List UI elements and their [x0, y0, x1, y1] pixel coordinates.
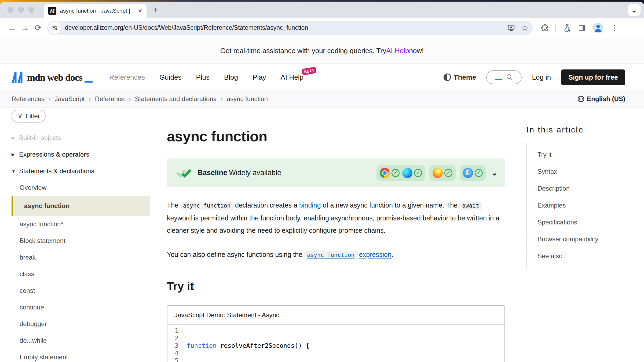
url-text[interactable]: developer.allizom.org/en-US/docs/Web/Jav… [65, 24, 507, 31]
sidebar-item-do-while[interactable]: do...while [12, 332, 150, 349]
binding-link[interactable]: binding [299, 201, 321, 209]
bookmark-star-icon[interactable]: ☆ [521, 23, 529, 32]
nav-play[interactable]: Play [253, 73, 266, 82]
install-icon[interactable] [507, 24, 515, 32]
signup-button[interactable]: Sign up for free [561, 69, 625, 85]
demo-card: JavaScript Demo: Statement - Async 1 2 3… [167, 305, 505, 362]
paragraph-text: You can also define async functions usin… [167, 251, 304, 258]
baseline-expand-chevron-icon[interactable]: ⌄ [491, 168, 497, 177]
new-tab-button[interactable]: + [153, 5, 158, 14]
chrome-supported-check-icon: ✓ [391, 169, 400, 177]
theme-toggle[interactable]: Theme [444, 73, 476, 82]
search-icon[interactable] [506, 74, 513, 81]
sidebar-item-break[interactable]: break [12, 249, 150, 266]
browser-support-icons: ✓ ✓ ✓ ✓ [376, 165, 486, 181]
ai-help-link[interactable]: AI Help [386, 47, 409, 55]
browser-tab[interactable]: M async function - JavaScript | × [44, 4, 147, 18]
baseline-banner: BaselineWidely available ✓ ✓ ✓ [167, 158, 505, 187]
mdn-logo[interactable]: mdn web docs [12, 71, 93, 83]
nav-ai-help-label: AI Help [281, 73, 303, 81]
language-label: English (US) [587, 95, 625, 103]
extensions-icon[interactable] [541, 24, 548, 32]
promo-text: Get real-time assistance with your codin… [220, 47, 386, 55]
sidebar-section-statements[interactable]: ▼ Statements & declarations [12, 163, 150, 179]
sidebar-item-async-function-star[interactable]: async function* [12, 216, 150, 232]
window-minimize-button[interactable] [18, 7, 24, 13]
back-button[interactable]: ← [6, 21, 19, 34]
sidebar-item-overview[interactable]: Overview [12, 179, 150, 196]
breadcrumb-item-javascript[interactable]: JavaScript [55, 95, 85, 103]
toc: In this article Try it Syntax Descriptio… [526, 108, 626, 362]
tab-search-button[interactable]: ⌄ [628, 4, 641, 16]
intro-text: declaration creates a [233, 201, 299, 209]
theme-icon [444, 73, 451, 81]
baseline-icon [176, 168, 192, 178]
reload-button[interactable]: ⟳ [32, 21, 45, 34]
beta-badge: BETA [301, 67, 317, 75]
address-bar[interactable]: developer.allizom.org/en-US/docs/Web/Jav… [47, 21, 533, 35]
sidebar-item-continue[interactable]: continue [12, 299, 150, 316]
toc-item-try-it[interactable]: Try it [537, 146, 626, 163]
search-input[interactable] [486, 70, 522, 84]
site-settings-icon[interactable] [49, 22, 61, 34]
page-viewport: Get real-time assistance with your codin… [0, 38, 644, 362]
sidebar-item-const[interactable]: const [12, 282, 150, 299]
sidebar-item-empty-statement[interactable]: Empty statement [12, 349, 150, 362]
code-content[interactable]: function resolveAfter2Seconds() { return… [182, 327, 317, 362]
toc-item-browser-compatibility[interactable]: Browser compatibility [537, 231, 626, 248]
window-close-button[interactable] [8, 7, 13, 13]
toc-item-syntax[interactable]: Syntax [537, 163, 626, 180]
nav-blog[interactable]: Blog [224, 73, 238, 82]
experiments-flask-icon[interactable] [563, 24, 571, 32]
sidebar-section-label: Expressions & operators [19, 151, 89, 158]
line-number: 4 [167, 349, 178, 357]
theme-label: Theme [454, 73, 476, 82]
nav-references[interactable]: References [109, 73, 145, 82]
sidebar-section-expressions[interactable]: ▶ Expressions & operators [12, 146, 150, 163]
promo-text-after: now! [409, 47, 424, 55]
paragraph-text: . [391, 251, 393, 258]
async-function-code-chip: async function [180, 202, 233, 210]
tab-close-icon[interactable]: × [138, 7, 142, 14]
nav-plus[interactable]: Plus [196, 73, 210, 82]
breadcrumb-separator: › [89, 95, 91, 103]
expression-link[interactable]: expression [359, 251, 391, 258]
firefox-supported-check-icon: ✓ [444, 169, 452, 177]
breadcrumb-item-references[interactable]: References [12, 95, 45, 103]
breadcrumb-item-current: async function [227, 95, 268, 103]
window-zoom-button[interactable] [28, 7, 34, 13]
content-area: Filter ▶ Built-in objects ▶ Expressions … [0, 108, 644, 362]
breadcrumb-item-reference[interactable]: Reference [95, 95, 125, 103]
search-caret [495, 79, 502, 80]
code-editor[interactable]: 1 2 3 4 5 6 function resolveAfter2Second… [167, 325, 504, 362]
sidebar-item-debugger[interactable]: debugger [12, 316, 150, 332]
browser-menu-icon[interactable]: ⋮ [610, 23, 619, 32]
toc-item-description[interactable]: Description [537, 180, 626, 197]
support-firefox-pill: ✓ [429, 165, 456, 181]
baseline-label: Baseline [197, 169, 227, 177]
breadcrumb-separator: › [49, 95, 51, 103]
filter-button[interactable]: Filter [12, 110, 46, 123]
toc-item-see-also[interactable]: See also [537, 248, 626, 264]
sidebar-item-block-statement[interactable]: Block statement [12, 232, 150, 249]
nav-ai-help[interactable]: AI Help BETA [281, 73, 303, 82]
profile-avatar[interactable] [593, 23, 603, 33]
sidebar-item-async-function[interactable]: async function [12, 196, 150, 216]
line-numbers: 1 2 3 4 5 6 [167, 327, 182, 362]
code-line: function resolveAfter2Seconds() { [187, 342, 317, 349]
breadcrumb: References › JavaScript › Reference › St… [0, 90, 644, 108]
toc-item-specifications[interactable]: Specifications [537, 214, 626, 231]
sidebar-item-class[interactable]: class [12, 266, 150, 282]
nav-guides[interactable]: Guides [159, 73, 181, 82]
async-function-expression-code-link[interactable]: async function [304, 251, 357, 259]
demo-title: JavaScript Demo: Statement - Async [167, 306, 504, 325]
toc-item-examples[interactable]: Examples [537, 197, 626, 214]
login-link[interactable]: Log in [532, 73, 551, 82]
baseline-status: Widely available [229, 169, 281, 177]
side-panel-icon[interactable] [578, 24, 586, 32]
language-switcher[interactable]: English (US) [577, 95, 625, 103]
breadcrumb-item-statements[interactable]: Statements and declarations [135, 95, 217, 103]
sidebar-section-built-in-objects[interactable]: ▶ Built-in objects [12, 130, 150, 146]
edge-supported-check-icon: ✓ [414, 169, 422, 177]
forward-button[interactable]: → [19, 21, 32, 34]
